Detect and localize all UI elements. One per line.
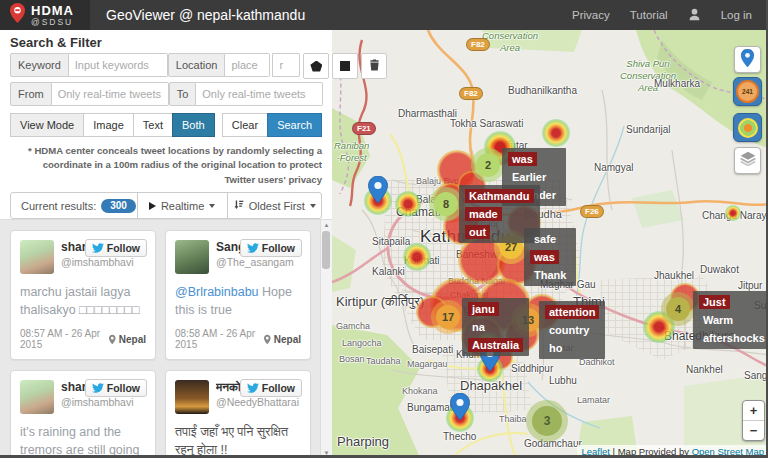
map-place-label: Siddhipur [511,363,553,374]
heat-spot [725,205,741,221]
view-mode-text[interactable]: Text [133,113,173,137]
sort-amount-icon [233,199,244,212]
tag-word[interactable]: Thank [530,268,570,282]
top-bar: HDMA @SDSU GeoViewer @ nepal-kathmandu P… [0,0,768,30]
nav-tutorial[interactable]: Tutorial [630,9,668,21]
tweet-text: तपाईं जहाँ भए पनि सुरक्षित रहनु होला !! [175,423,301,458]
road-badge: F82 [466,38,490,51]
privacy-disclaimer: * HDMA center conceals tweet locations b… [0,139,332,190]
tag-word[interactable]: attention [545,305,599,319]
cluster-marker[interactable]: 3 [532,406,562,436]
tweet-card: shambhavi ad@imshambhaviFollowit's raini… [10,370,156,458]
tag-word[interactable]: safe [530,232,560,246]
tweet-handle: @imshambhavi [61,396,135,408]
keyword-label: Keyword [10,53,69,77]
add-pin-button[interactable] [734,46,761,73]
cluster-marker[interactable]: 17 [436,305,460,329]
layers-button[interactable] [734,147,761,174]
play-icon [149,202,156,210]
map-place-label: Sitapaila [372,236,410,247]
sort-dropdown[interactable]: Oldest First [227,193,321,218]
twitter-bird-icon [92,382,104,394]
map-pin-marker[interactable] [368,176,388,207]
tag-word[interactable]: ho [545,341,566,355]
map-place-label: Sang [744,370,767,381]
map-place-label: Raniban -Forest [334,140,369,164]
map-place-label: Sundarijal [626,124,670,135]
follow-label: Follow [262,382,295,394]
logo-subtitle: @SDSU [31,18,74,27]
rectangle-draw-button[interactable] [332,53,358,79]
tag-word[interactable]: na [468,320,489,334]
tweet-list: shambhavi ad@imshambhaviFollowmarchu jas… [0,219,332,458]
tag-word[interactable]: out [465,225,490,239]
hdma-logo[interactable]: HDMA @SDSU [0,0,90,30]
tweet-card: shambhavi ad@imshambhaviFollowmarchu jas… [10,230,156,360]
tag-word[interactable]: aftershocks [699,331,768,345]
blue-marker-icon [450,393,470,420]
keyword-input[interactable] [69,53,168,77]
pentagon-icon [310,61,322,72]
map-place-label: Gamcha [336,321,370,331]
from-date-input[interactable] [52,82,169,106]
scroll-up-icon[interactable]: ▲ [321,222,332,228]
tag-word[interactable]: Earlier [508,170,550,184]
map-pin-icon [741,49,754,71]
search-button[interactable]: Search [267,113,322,137]
follow-button[interactable]: Follow [240,379,302,397]
map-place-label: Kalanki [372,266,405,277]
map-place-label: Conservation Area [482,30,538,54]
road-badge: F82 [459,87,483,100]
view-mode-both[interactable]: Both [172,113,215,137]
nav-privacy[interactable]: Privacy [572,9,610,21]
avatar [175,380,209,414]
tweet-list-scrollbar[interactable]: ▲ ▼ [320,220,332,458]
user-icon[interactable] [688,8,701,23]
tag-word[interactable]: Kathmandu [465,189,534,203]
map-place-label: Khokana [402,386,438,396]
to-date-input[interactable] [196,82,323,106]
tag-word[interactable]: made [465,207,502,221]
heatmap-toggle-button[interactable] [733,113,762,142]
map-pin-marker[interactable] [450,393,470,424]
zoom-in-button[interactable]: + [743,401,764,420]
tag-word[interactable]: Just [699,295,730,309]
map-place-label: Lubhu [549,375,577,386]
heat-spot [395,191,421,217]
polygon-draw-button[interactable] [303,53,329,79]
trash-icon [369,57,380,75]
realtime-dropdown[interactable]: Realtime [137,193,227,218]
tweet-meta: 08:57 AM - 26 Apr 2015Nepal [20,328,146,350]
map-canvas[interactable]: Conservation AreaShiva Puri Conservation… [332,30,768,458]
tag-word[interactable]: was [508,152,537,166]
scrollbar-thumb[interactable] [322,231,330,269]
delete-shape-button[interactable] [361,53,387,79]
clear-button[interactable]: Clear [222,113,268,137]
tweet-card: मनको धनी@NeedyBhattaraiFollowतपाईं जहाँ … [165,370,311,458]
tag-word[interactable]: janu [468,302,499,316]
tag-word[interactable]: Warm [699,313,737,327]
view-mode-image[interactable]: Image [83,113,134,137]
tag-word[interactable]: was [530,250,559,264]
follow-button[interactable]: Follow [85,239,147,257]
cluster-marker[interactable]: 4 [666,297,690,321]
tag-word[interactable]: Australia [468,338,523,352]
results-label: Current results: [21,200,96,212]
map-place-label: Duwakot [700,264,739,275]
cluster-marker[interactable]: 8 [434,192,458,216]
sort-label: Oldest First [249,200,305,212]
location-place-input[interactable] [225,53,270,77]
cluster-toggle-button[interactable]: 241 [733,77,762,106]
login-button[interactable]: Log in [721,9,752,21]
follow-button[interactable]: Follow [85,379,147,397]
twitter-bird-icon [247,382,259,394]
twitter-bird-icon [92,242,104,254]
tweet-mention[interactable]: @Brlrabinbabu [175,285,259,299]
cluster-marker[interactable]: 2 [476,153,500,177]
zoom-out-button[interactable]: − [743,420,764,440]
tag-word[interactable]: country [545,323,593,337]
follow-button[interactable]: Follow [240,239,302,257]
location-radius-input[interactable] [272,53,300,77]
map-place-label: Tokha Saraswati [450,118,523,129]
heatmap-icon [738,118,758,138]
